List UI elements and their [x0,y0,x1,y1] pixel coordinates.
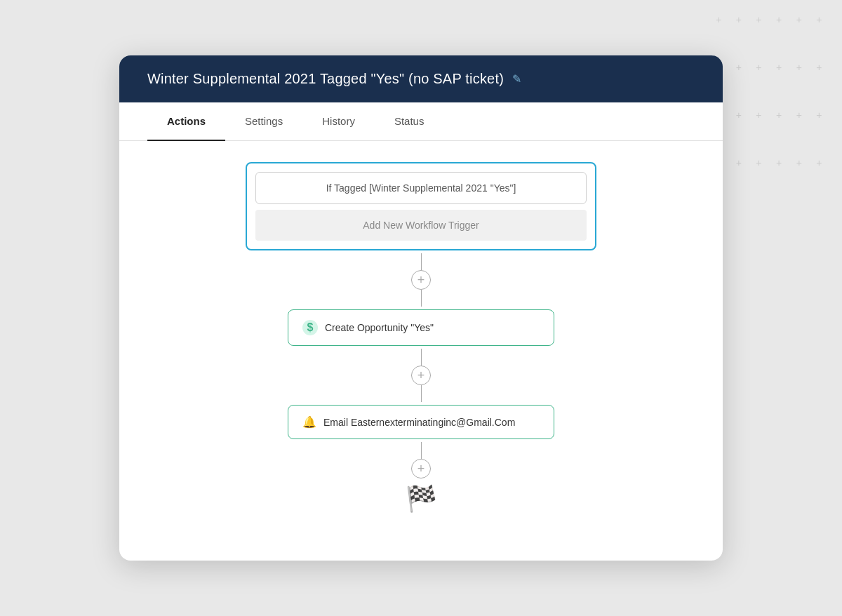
tab-status[interactable]: Status [375,102,444,141]
email-action-label: Email Easternexterminatinginc@Gmail.Com [323,417,515,428]
finish-flag-icon: 🏁 [406,484,437,514]
tabs-bar: Actions Settings History Status [119,102,723,141]
connector-2: + [411,349,431,402]
connector-line-2b [421,385,422,402]
dollar-icon: $ [302,320,318,335]
connector-line-2 [421,349,422,366]
email-action-card[interactable]: 🔔 Email Easternexterminatinginc@Gmail.Co… [288,405,554,439]
background-decoration: + + + + + + + + + + + + + + + + + + + + … [702,0,842,210]
tab-actions[interactable]: Actions [147,102,225,141]
add-action-button-1[interactable]: + [411,270,431,290]
modal-body: If Tagged [Winter Supplemental 2021 "Yes… [119,141,723,542]
add-action-button-2[interactable]: + [411,366,431,385]
modal-title: Winter Supplemental 2021 Tagged "Yes" (n… [147,71,504,87]
edit-title-icon[interactable]: ✎ [512,72,521,86]
trigger-box: If Tagged [Winter Supplemental 2021 "Yes… [246,162,596,250]
create-opportunity-card[interactable]: $ Create Opportunity "Yes" [288,309,554,346]
tab-history[interactable]: History [302,102,375,141]
connector-3: + [411,442,431,478]
connector-1: + [411,253,431,307]
add-action-button-3[interactable]: + [411,459,431,478]
connector-line-1 [421,253,422,270]
modal-header: Winter Supplemental 2021 Tagged "Yes" (n… [119,55,723,102]
add-workflow-trigger-button[interactable]: Add New Workflow Trigger [255,210,587,241]
modal-card: Winter Supplemental 2021 Tagged "Yes" (n… [119,55,723,561]
tab-settings[interactable]: Settings [225,102,302,141]
create-opportunity-label: Create Opportunity "Yes" [325,322,434,333]
connector-line-3 [421,442,422,459]
bell-icon: 🔔 [302,415,316,429]
page-wrapper: + + + + + + + + + + + + + + + + + + + + … [0,0,842,616]
trigger-condition[interactable]: If Tagged [Winter Supplemental 2021 "Yes… [255,172,587,204]
connector-line-1b [421,290,422,307]
